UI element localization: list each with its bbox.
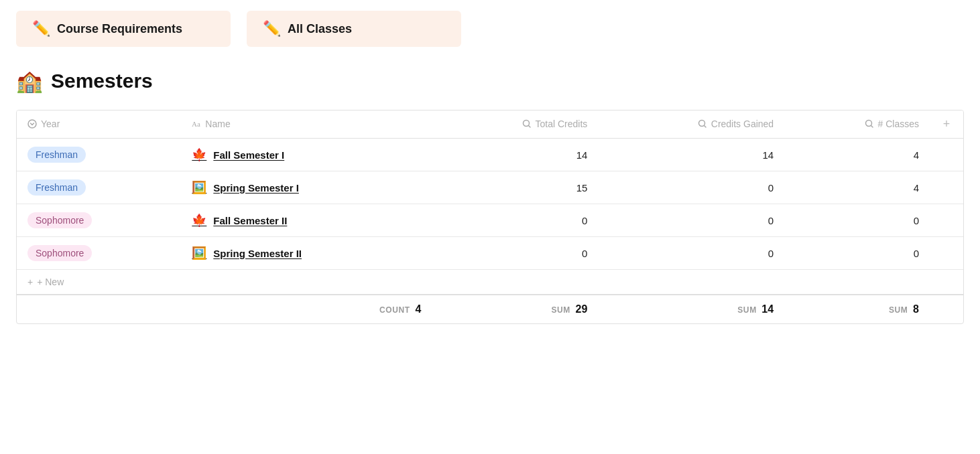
new-row-text: + New xyxy=(37,277,64,287)
table-row[interactable]: Sophomore🖼️Spring Semester II000 xyxy=(17,237,963,270)
page-title: Semesters xyxy=(51,70,153,92)
total-credits-cell[interactable]: 0 xyxy=(432,204,598,237)
name-col-icon: Aa Name xyxy=(192,119,230,129)
credits-gained-cell[interactable]: 0 xyxy=(598,204,784,237)
credits-gained-col-icon: Credits Gained xyxy=(698,119,774,129)
all-classes-label: All Classes xyxy=(288,22,352,36)
year-cell[interactable]: Sophomore xyxy=(17,204,181,237)
footer-count-cell: COUNT 4 xyxy=(181,295,432,323)
course-requirements-label: Course Requirements xyxy=(57,22,182,36)
dropdown-icon xyxy=(27,119,37,129)
footer-sum-classes-cell: SUM 8 xyxy=(784,295,930,323)
text-icon: Aa xyxy=(192,119,201,129)
num-classes-col-icon: # Classes xyxy=(865,119,919,129)
table-row[interactable]: Sophomore🍁Fall Semester II000 xyxy=(17,204,963,237)
total-credits-cell[interactable]: 0 xyxy=(432,237,598,270)
add-column-header[interactable]: + xyxy=(930,110,963,139)
table-row[interactable]: Freshman🍁Fall Semester I14144 xyxy=(17,139,963,171)
num-classes-cell[interactable]: 0 xyxy=(784,237,930,270)
new-row[interactable]: + + New xyxy=(17,270,963,295)
row-add-cell xyxy=(930,204,963,237)
semester-name-text: Fall Semester I xyxy=(213,149,284,161)
search-icon-2 xyxy=(698,119,707,129)
sum-credits-gained-value: 14 xyxy=(761,303,774,315)
footer-add-cell xyxy=(930,295,963,323)
footer-sum-credits-gained-cell: SUM 14 xyxy=(598,295,784,323)
total-credits-cell[interactable]: 14 xyxy=(432,139,598,171)
sum-total-credits-value: 29 xyxy=(576,303,588,315)
year-badge: Freshman xyxy=(27,147,86,163)
top-navigation: ✏️ Course Requirements ✏️ All Classes xyxy=(0,0,980,58)
new-plus-icon: + xyxy=(27,277,33,287)
year-badge: Freshman xyxy=(27,179,86,196)
credits-gained-cell[interactable]: 14 xyxy=(598,139,784,171)
sum-classes-value: 8 xyxy=(913,303,919,315)
num-classes-cell[interactable]: 0 xyxy=(784,204,930,237)
footer-row: COUNT 4 SUM 29 SUM 14 SUM 8 xyxy=(17,295,963,323)
name-cell[interactable]: 🖼️Spring Semester I xyxy=(181,171,432,204)
search-icon-1 xyxy=(522,119,532,129)
semester-name: 🍁Fall Semester I xyxy=(192,147,421,162)
total-credits-col-icon: Total Credits xyxy=(522,119,588,129)
sum-credits-gained-label: SUM xyxy=(737,305,756,315)
count-value: 4 xyxy=(415,303,421,315)
semesters-icon: 🏫 xyxy=(16,68,43,94)
num-classes-cell[interactable]: 4 xyxy=(784,171,930,204)
name-column-header[interactable]: Aa Name xyxy=(181,110,432,139)
semester-emoji: 🍁 xyxy=(192,147,206,162)
pencil-icon-1: ✏️ xyxy=(32,20,50,37)
sum-total-credits-label: SUM xyxy=(551,305,570,315)
count-label: COUNT xyxy=(379,305,410,315)
num-classes-cell[interactable]: 4 xyxy=(784,139,930,171)
total-credits-column-header[interactable]: Total Credits xyxy=(432,110,598,139)
year-badge: Sophomore xyxy=(27,212,92,228)
row-add-cell xyxy=(930,171,963,204)
year-cell[interactable]: Sophomore xyxy=(17,237,181,270)
semester-name: 🍁Fall Semester II xyxy=(192,213,421,228)
footer-sum-total-credits-cell: SUM 29 xyxy=(432,295,598,323)
name-cell[interactable]: 🖼️Spring Semester II xyxy=(181,237,432,270)
name-cell[interactable]: 🍁Fall Semester I xyxy=(181,139,432,171)
year-column-header[interactable]: Year xyxy=(17,110,181,139)
sum-classes-label: SUM xyxy=(889,305,908,315)
credits-gained-column-header[interactable]: Credits Gained xyxy=(598,110,784,139)
name-cell[interactable]: 🍁Fall Semester II xyxy=(181,204,432,237)
row-add-cell xyxy=(930,237,963,270)
search-icon-3 xyxy=(865,119,874,129)
page-content: 🏫 Semesters Year xyxy=(0,58,980,340)
year-cell[interactable]: Freshman xyxy=(17,139,181,171)
semester-emoji: 🖼️ xyxy=(192,180,206,195)
semester-emoji: 🍁 xyxy=(192,213,206,228)
semester-name-text: Spring Semester I xyxy=(213,182,299,194)
total-credits-cell[interactable]: 15 xyxy=(432,171,598,204)
year-cell[interactable]: Freshman xyxy=(17,171,181,204)
all-classes-button[interactable]: ✏️ All Classes xyxy=(247,11,461,47)
year-col-icon: Year xyxy=(27,119,60,129)
credits-gained-cell[interactable]: 0 xyxy=(598,171,784,204)
svg-text:Aa: Aa xyxy=(192,120,200,128)
semester-name-text: Spring Semester II xyxy=(213,248,302,259)
num-classes-column-header[interactable]: # Classes xyxy=(784,110,930,139)
year-badge: Sophomore xyxy=(27,245,92,261)
page-title-section: 🏫 Semesters xyxy=(16,68,964,94)
credits-gained-cell[interactable]: 0 xyxy=(598,237,784,270)
svg-point-0 xyxy=(28,120,36,128)
course-requirements-button[interactable]: ✏️ Course Requirements xyxy=(16,11,231,47)
semester-name: 🖼️Spring Semester I xyxy=(192,180,421,195)
table-header-row: Year Aa Name xyxy=(17,110,963,139)
semester-emoji: 🖼️ xyxy=(192,246,206,260)
pencil-icon-2: ✏️ xyxy=(263,20,281,37)
row-add-cell xyxy=(930,139,963,171)
semester-name: 🖼️Spring Semester II xyxy=(192,246,421,260)
new-row-label: + + New xyxy=(27,277,953,287)
footer-empty-year xyxy=(17,295,181,323)
semesters-table-container: Year Aa Name xyxy=(16,110,964,324)
semester-name-text: Fall Semester II xyxy=(213,215,287,226)
table-row[interactable]: Freshman🖼️Spring Semester I1504 xyxy=(17,171,963,204)
semesters-table: Year Aa Name xyxy=(17,110,963,323)
